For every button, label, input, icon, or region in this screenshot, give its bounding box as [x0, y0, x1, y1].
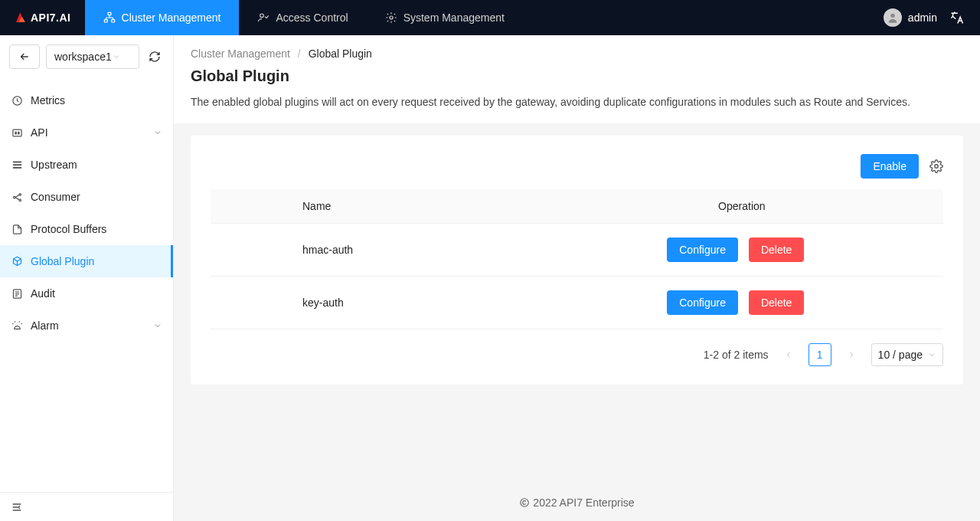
- pagination-page-1[interactable]: 1: [808, 343, 831, 366]
- plugin-name: key-auth: [211, 277, 541, 329]
- sidebar-top: workspace1: [0, 35, 173, 78]
- page-description: The enabled global plugins will act on e…: [191, 96, 963, 108]
- col-header-name: Name: [211, 189, 541, 224]
- logo[interactable]: API7.AI: [0, 0, 85, 35]
- svg-rect-2: [111, 20, 114, 22]
- sidebar-item-metrics[interactable]: Metrics: [0, 84, 173, 116]
- sidebar-item-label: API: [31, 126, 153, 139]
- dashboard-icon: [11, 95, 23, 106]
- sidebar: workspace1 Metrics API Upstream: [0, 35, 174, 521]
- page-title: Global Plugin: [191, 67, 963, 85]
- delete-button[interactable]: Delete: [749, 290, 804, 315]
- pagination-info: 1-2 of 2 items: [704, 349, 769, 361]
- enable-button[interactable]: Enable: [861, 154, 919, 179]
- pagination: 1-2 of 2 items 1 10 / page: [211, 343, 943, 366]
- card-toolbar: Enable: [211, 154, 943, 179]
- file-icon: [11, 224, 23, 235]
- sidebar-item-label: Alarm: [31, 319, 153, 332]
- top-nav-label: Access Control: [276, 11, 348, 24]
- breadcrumb-sep: /: [298, 48, 301, 60]
- configure-button[interactable]: Configure: [667, 238, 738, 262]
- user-menu[interactable]: admin: [884, 8, 937, 27]
- main-content: Cluster Management / Global Plugin Globa…: [174, 35, 980, 521]
- api-icon: [11, 127, 23, 139]
- chevron-down-icon: [153, 321, 162, 330]
- sidebar-item-audit[interactable]: Audit: [0, 277, 173, 310]
- breadcrumb-parent[interactable]: Cluster Management: [191, 48, 290, 60]
- sidebar-item-consumer[interactable]: Consumer: [0, 181, 173, 213]
- username: admin: [908, 11, 937, 24]
- pagination-prev[interactable]: [778, 343, 799, 366]
- row-operations: Configure Delete: [541, 277, 943, 329]
- copyright-icon: [519, 497, 530, 508]
- table-row: key-auth Configure Delete: [211, 277, 943, 329]
- footer-text: 2022 API7 Enterprise: [533, 496, 634, 509]
- sidebar-item-protocol-buffers[interactable]: Protocol Buffers: [0, 213, 173, 245]
- plugin-card: Enable Name Operation hmac-auth Confi: [191, 136, 963, 385]
- plugin-table: Name Operation hmac-auth Configure Delet…: [211, 189, 943, 329]
- page-footer: 2022 API7 Enterprise: [174, 486, 980, 521]
- sidebar-item-global-plugin[interactable]: Global Plugin: [0, 245, 173, 277]
- pagination-next[interactable]: [841, 343, 862, 366]
- pagination-size-label: 10 / page: [878, 349, 923, 361]
- sidebar-item-alarm[interactable]: Alarm: [0, 310, 173, 342]
- row-operations: Configure Delete: [541, 224, 943, 277]
- chevron-down-icon: [927, 350, 936, 359]
- sidebar-item-upstream[interactable]: Upstream: [0, 149, 173, 181]
- top-nav-system-management[interactable]: System Management: [367, 0, 523, 35]
- sidebar-item-api[interactable]: API: [0, 116, 173, 149]
- chevron-down-icon: [112, 52, 131, 61]
- delete-button[interactable]: Delete: [749, 238, 804, 262]
- top-nav-label: System Management: [403, 11, 505, 24]
- svg-rect-10: [12, 167, 21, 169]
- table-header-row: Name Operation: [211, 189, 943, 224]
- logo-text: API7.AI: [31, 11, 71, 24]
- audit-icon: [11, 288, 23, 300]
- top-nav-access-control[interactable]: Access Control: [239, 0, 366, 35]
- back-button[interactable]: [9, 44, 40, 69]
- pagination-size-select[interactable]: 10 / page: [871, 343, 943, 366]
- svg-rect-0: [108, 12, 111, 15]
- chevron-down-icon: [153, 128, 162, 137]
- svg-rect-9: [12, 164, 21, 165]
- language-icon[interactable]: [949, 10, 965, 25]
- plugin-name: hmac-auth: [211, 224, 541, 277]
- svg-point-11: [13, 196, 15, 198]
- refresh-button[interactable]: [145, 48, 164, 66]
- settings-icon[interactable]: [929, 159, 943, 173]
- sidebar-item-label: Global Plugin: [31, 255, 162, 267]
- alarm-icon: [11, 320, 23, 332]
- svg-point-16: [521, 499, 529, 507]
- header-right: admin: [884, 8, 980, 27]
- workspace-select[interactable]: workspace1: [46, 44, 139, 69]
- svg-point-15: [935, 165, 939, 169]
- sidebar-collapse-button[interactable]: [0, 492, 173, 521]
- top-nav-label: Cluster Management: [122, 11, 221, 24]
- col-header-operation: Operation: [541, 189, 943, 224]
- breadcrumb-current: Global Plugin: [309, 48, 372, 60]
- svg-rect-8: [12, 161, 21, 162]
- sidebar-item-label: Upstream: [31, 159, 162, 171]
- svg-rect-7: [12, 129, 21, 136]
- sidebar-nav: Metrics API Upstream Consumer Protocol B…: [0, 78, 173, 492]
- consumer-icon: [11, 192, 23, 203]
- cube-icon: [11, 256, 23, 267]
- sidebar-item-label: Protocol Buffers: [31, 223, 162, 235]
- cluster-icon: [103, 11, 116, 24]
- svg-point-13: [19, 199, 21, 202]
- sidebar-item-label: Metrics: [31, 94, 162, 106]
- svg-rect-1: [104, 20, 107, 22]
- top-nav: Cluster Management Access Control System…: [85, 0, 523, 35]
- workspace-name: workspace1: [54, 51, 112, 63]
- svg-point-12: [19, 193, 21, 195]
- breadcrumb: Cluster Management / Global Plugin: [191, 48, 963, 60]
- configure-button[interactable]: Configure: [667, 290, 738, 315]
- avatar: [884, 8, 902, 27]
- top-header: API7.AI Cluster Management Access Contro…: [0, 0, 980, 35]
- sidebar-item-label: Audit: [31, 287, 162, 300]
- page-header: Cluster Management / Global Plugin Globa…: [174, 35, 980, 123]
- logo-icon: [14, 11, 28, 25]
- top-nav-cluster-management[interactable]: Cluster Management: [85, 0, 240, 35]
- svg-point-5: [890, 14, 894, 18]
- access-icon: [257, 11, 270, 24]
